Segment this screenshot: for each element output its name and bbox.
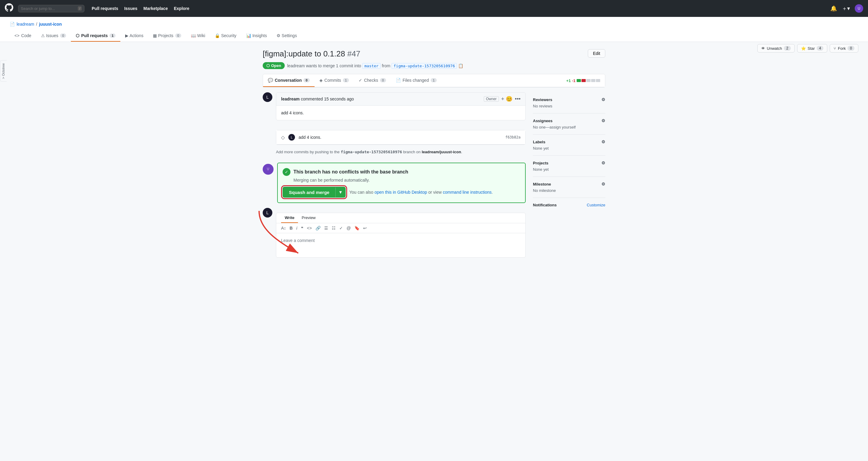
milestone-label: Milestone bbox=[533, 182, 551, 186]
repo-actions: 👁 Unwatch 2 ⭐ Star 4 ⑂ Fork 0 bbox=[757, 44, 858, 53]
star-icon: ⭐ bbox=[801, 46, 806, 51]
toolbar-bullet-list[interactable]: ☰ bbox=[324, 226, 328, 230]
labels-label: Labels bbox=[533, 140, 545, 144]
milestone-value: No milestone bbox=[533, 188, 605, 193]
labels-gear-icon[interactable]: ⚙ bbox=[601, 140, 605, 144]
write-tabs: Write Preview bbox=[276, 213, 525, 223]
commit-sha[interactable]: f63b82a bbox=[505, 135, 521, 140]
tab-checks[interactable]: ✓ Checks 0 bbox=[354, 74, 391, 87]
reviewers-gear-icon[interactable]: ⚙ bbox=[601, 97, 605, 102]
unwatch-count: 2 bbox=[784, 46, 791, 51]
fork-button[interactable]: ⑂ Fork 0 bbox=[830, 44, 858, 53]
toolbar-bold[interactable]: B bbox=[289, 226, 292, 230]
star-button[interactable]: ⭐ Star 4 bbox=[797, 44, 828, 53]
pr-title: [figma]:update to 0.1.28 #47 bbox=[263, 49, 361, 59]
milestone-gear-icon[interactable]: ⚙ bbox=[601, 182, 605, 186]
merge-icon-col: ⑂ bbox=[263, 163, 274, 203]
nav-projects[interactable]: ▦ Projects 0 bbox=[148, 30, 186, 42]
toolbar-task-list[interactable]: ✓ bbox=[339, 226, 343, 230]
nav-marketplace[interactable]: Marketplace bbox=[144, 6, 168, 11]
toolbar-ordered-list[interactable]: ☷ bbox=[332, 226, 336, 230]
breadcrumb: 📄 leadream / juuust-icon bbox=[10, 22, 858, 27]
cli-link[interactable]: command line instructions bbox=[443, 190, 492, 194]
comment-header-text: leadream commented 15 seconds ago bbox=[281, 96, 482, 101]
pr-status-icon: ⬡ bbox=[266, 63, 270, 68]
nav-pull-requests[interactable]: Pull requests bbox=[92, 6, 118, 11]
assignees-header: Assignees ⚙ bbox=[533, 118, 605, 123]
octotree-panel[interactable]: > Octotree bbox=[0, 60, 7, 82]
tab-conversation[interactable]: 💬 Conversation 0 bbox=[263, 74, 315, 87]
commit-wrapper: ◇ L add 4 icons. f63b82a bbox=[263, 130, 526, 145]
milestone-section: Milestone ⚙ No milestone bbox=[533, 177, 605, 198]
commenter-name[interactable]: leadream bbox=[281, 96, 300, 101]
toolbar-heading[interactable]: A↕ bbox=[281, 226, 286, 230]
toolbar-code[interactable]: <> bbox=[307, 226, 312, 230]
projects-section: Projects ⚙ None yet bbox=[533, 156, 605, 177]
diff-plus: +1 bbox=[566, 79, 571, 83]
user-avatar[interactable]: U bbox=[855, 4, 863, 13]
nav-settings[interactable]: ⚙ Settings bbox=[272, 30, 302, 42]
unwatch-label: Unwatch bbox=[767, 46, 782, 51]
nav-security[interactable]: 🔒 Security bbox=[210, 30, 241, 42]
nav-explore[interactable]: Explore bbox=[174, 6, 189, 11]
pr-meta: ⬡ Open leadream wants to merge 1 commit … bbox=[263, 62, 605, 69]
reviewers-section: Reviewers ⚙ No reviews bbox=[533, 92, 605, 114]
nav-issues[interactable]: ⚠ Issues 0 bbox=[36, 30, 71, 42]
merge-subtitle: Merging can be performed automatically. bbox=[293, 178, 520, 183]
base-branch-link[interactable]: master bbox=[362, 63, 381, 69]
tab-files-changed[interactable]: 📄 Files changed 1 bbox=[391, 74, 441, 87]
toolbar-italic[interactable]: i bbox=[296, 226, 297, 230]
toolbar-reference[interactable]: 🔖 bbox=[354, 226, 360, 230]
tab-commits[interactable]: ◈ Commits 1 bbox=[315, 74, 354, 87]
write-tab[interactable]: Write bbox=[281, 213, 298, 223]
toolbar-quote[interactable]: ❝ bbox=[301, 226, 303, 230]
projects-gear-icon[interactable]: ⚙ bbox=[601, 160, 605, 165]
copy-branch-button[interactable]: 📋 bbox=[458, 63, 463, 68]
head-branch-link[interactable]: figma-update-1573205610976 bbox=[392, 63, 457, 69]
labels-section: Labels ⚙ None yet bbox=[533, 134, 605, 156]
comment-menu-button[interactable]: ••• bbox=[515, 96, 521, 102]
search-input[interactable] bbox=[21, 6, 75, 11]
squash-merge-label: Squash and merge bbox=[283, 187, 336, 197]
preview-tab[interactable]: Preview bbox=[298, 213, 319, 223]
comment-header: leadream commented 15 seconds ago Owner … bbox=[276, 93, 525, 105]
unwatch-button[interactable]: 👁 Unwatch 2 bbox=[757, 44, 795, 53]
commit-message: add 4 icons. bbox=[299, 135, 501, 140]
write-area: Write Preview A↕ B i ❝ <> 🔗 ☰ ☷ ✓ @ bbox=[276, 213, 526, 258]
reaction-add-button[interactable]: + 😊 bbox=[501, 96, 513, 102]
merge-wrapper: ⑂ ✓ This branch has no conflicts with th… bbox=[263, 163, 526, 203]
open-desktop-link[interactable]: open this in GitHub Desktop bbox=[375, 190, 427, 194]
comment-text: add 4 icons. bbox=[281, 111, 304, 115]
fork-count: 0 bbox=[847, 46, 855, 51]
nav-actions[interactable]: ▶ Actions bbox=[120, 30, 148, 42]
repo-owner-link[interactable]: leadream bbox=[17, 22, 34, 27]
squash-merge-button[interactable]: Squash and merge ▾ bbox=[283, 187, 346, 197]
pr-title-row: [figma]:update to 0.1.28 #47 Edit bbox=[263, 49, 605, 59]
merge-also-text: You can also open this in GitHub Desktop… bbox=[349, 190, 493, 194]
commit-diamond-icon: ◇ bbox=[281, 134, 285, 140]
content-layout: L leadream commented 15 seconds ago Owne… bbox=[263, 92, 605, 258]
notifications-icon[interactable]: 🔔 bbox=[830, 5, 837, 12]
toolbar-undo[interactable]: ↩ bbox=[363, 226, 367, 230]
assignees-gear-icon[interactable]: ⚙ bbox=[601, 118, 605, 123]
pr-status-badge: ⬡ Open bbox=[263, 62, 285, 69]
nav-wiki[interactable]: 📖 Wiki bbox=[186, 30, 210, 42]
nav-code[interactable]: <> Code bbox=[10, 30, 36, 42]
github-logo[interactable] bbox=[5, 3, 13, 13]
plus-menu-icon[interactable]: ＋▾ bbox=[842, 5, 850, 12]
main-thread: L leadream commented 15 seconds ago Owne… bbox=[263, 92, 526, 258]
labels-header: Labels ⚙ bbox=[533, 140, 605, 144]
nav-pull-requests[interactable]: ⬡ Pull requests 1 bbox=[71, 30, 120, 42]
notifications-customize-link[interactable]: Customize bbox=[587, 203, 605, 207]
edit-button[interactable]: Edit bbox=[588, 49, 605, 58]
commit-row: ◇ L add 4 icons. f63b82a bbox=[276, 130, 525, 145]
toolbar-link[interactable]: 🔗 bbox=[315, 226, 320, 230]
nav-insights[interactable]: 📊 Insights bbox=[241, 30, 272, 42]
search-box[interactable]: / bbox=[18, 5, 85, 12]
toolbar-mention[interactable]: @ bbox=[346, 226, 351, 230]
repo-link[interactable]: leadream/juuust-icon bbox=[422, 150, 461, 154]
nav-issues[interactable]: Issues bbox=[124, 6, 137, 11]
write-input[interactable]: Leave a comment bbox=[276, 233, 525, 257]
squash-merge-dropdown[interactable]: ▾ bbox=[336, 187, 345, 197]
repo-name-link[interactable]: juuust-icon bbox=[39, 22, 62, 27]
